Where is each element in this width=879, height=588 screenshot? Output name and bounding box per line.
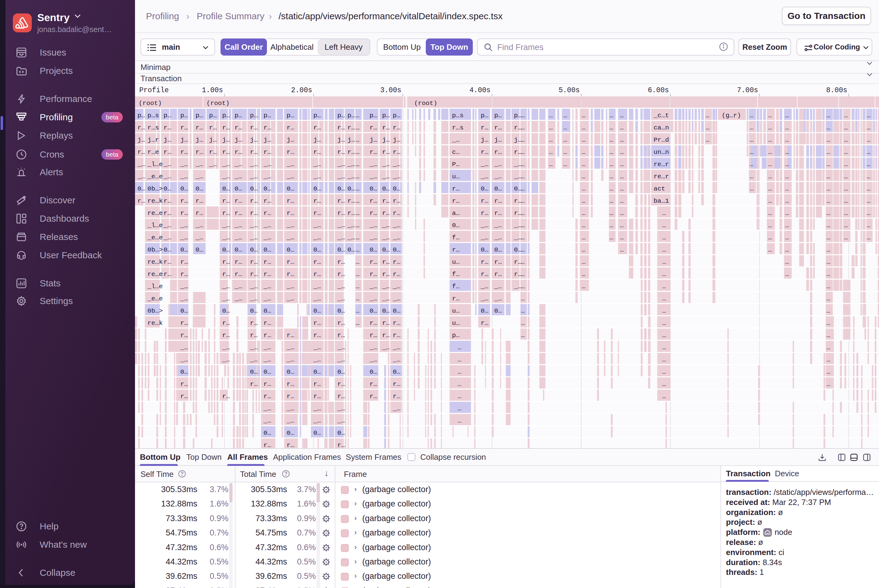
svg-text:r…: r…	[481, 124, 488, 131]
svg-text:0…: 0…	[222, 185, 230, 192]
svg-text:_…: _…	[286, 405, 294, 412]
svg-text:0…: 0…	[370, 369, 377, 375]
svg-text:…: …	[768, 185, 772, 192]
svg-text:_…: _…	[180, 356, 188, 363]
svg-text:_…: _…	[337, 161, 345, 168]
svg-text:…: …	[458, 417, 461, 424]
svg-text:_…: _…	[514, 161, 521, 168]
svg-text:r…: r…	[195, 198, 203, 204]
svg-text:0…: 0…	[180, 308, 188, 315]
svg-text:…: …	[662, 356, 666, 363]
svg-text:0…: 0…	[234, 246, 242, 254]
svg-text:…: …	[356, 185, 360, 192]
svg-text:0…: 0…	[481, 246, 488, 254]
svg-text:…: …	[750, 185, 753, 192]
svg-text:…: …	[844, 124, 848, 131]
svg-text:_…: _…	[347, 222, 355, 229]
svg-text:r…: r…	[481, 259, 488, 266]
svg-text:r…: r…	[313, 148, 321, 156]
svg-text:…: …	[785, 173, 789, 180]
svg-text:_…: _…	[337, 405, 345, 412]
svg-text:r…: r…	[209, 124, 216, 131]
svg-text:…: …	[826, 148, 831, 156]
svg-text:r…: r…	[222, 320, 230, 327]
svg-text:_…: _…	[263, 295, 271, 302]
svg-text:j…: j…	[222, 136, 230, 144]
svg-text:…: …	[844, 161, 848, 168]
svg-text:re…k: re…k	[147, 198, 163, 204]
svg-text:…: …	[581, 185, 586, 192]
svg-text:…: …	[620, 210, 624, 217]
svg-text:j…: j…	[494, 136, 502, 144]
svg-text:…: …	[844, 112, 848, 119]
svg-text:f…: f…	[452, 234, 460, 241]
svg-text:r…: r…	[313, 320, 321, 327]
svg-text:…: …	[620, 198, 624, 204]
svg-text:…: …	[768, 222, 772, 229]
svg-text:r…: r…	[347, 198, 355, 204]
svg-text:0b…>: 0b…>	[147, 308, 163, 315]
svg-text:…: …	[521, 271, 525, 278]
svg-text:0…: 0…	[337, 308, 345, 315]
svg-text:…: …	[620, 148, 624, 156]
svg-text:_…: _…	[263, 161, 271, 168]
svg-text:_…: _…	[164, 173, 171, 180]
svg-text:ba…1: ba…1	[654, 198, 669, 204]
svg-text:0…: 0…	[195, 246, 203, 254]
svg-text:…: …	[458, 381, 461, 388]
svg-text:re…k: re…k	[147, 320, 163, 327]
svg-text:r…: r…	[337, 271, 345, 278]
svg-text:0…: 0…	[382, 185, 390, 192]
svg-text:p…: p…	[264, 112, 271, 119]
svg-text:r…: r…	[234, 148, 242, 156]
svg-text:…: …	[356, 210, 360, 217]
svg-text:…: …	[662, 393, 666, 400]
svg-text:_…: _…	[263, 173, 271, 180]
svg-text:0…: 0…	[313, 429, 321, 436]
svg-text:p…: p…	[234, 112, 242, 119]
svg-text:_…: _…	[180, 295, 188, 302]
svg-text:_…: _…	[369, 344, 377, 351]
svg-text:_…: _…	[313, 405, 321, 412]
svg-text:_…: _…	[481, 295, 488, 302]
svg-text:r…: r…	[382, 259, 390, 266]
svg-text:_…: _…	[369, 222, 377, 229]
svg-text:…: …	[867, 112, 871, 119]
svg-text:p…: p…	[137, 112, 145, 119]
svg-text:act: act	[654, 185, 665, 192]
svg-text:p…: p…	[370, 112, 377, 119]
svg-text:…: …	[867, 210, 871, 217]
svg-text:…: …	[521, 136, 525, 144]
svg-text:…: …	[662, 259, 666, 266]
svg-text:0…: 0…	[370, 185, 377, 192]
svg-text:r…: r…	[180, 332, 188, 339]
svg-text:…: …	[521, 308, 525, 315]
svg-text:re…k: re…k	[147, 259, 163, 266]
svg-text:0…: 0…	[264, 308, 271, 315]
svg-text:_…: _…	[180, 161, 188, 168]
svg-text:0…: 0…	[494, 246, 502, 254]
svg-text:(root): (root)	[206, 100, 230, 107]
svg-text:0…: 0…	[514, 246, 521, 254]
svg-text:r…: r…	[180, 320, 188, 327]
svg-text:r…: r…	[393, 271, 400, 278]
svg-text:r…: r…	[180, 381, 188, 388]
svg-text:_…: _…	[369, 161, 377, 168]
svg-text:r…: r…	[180, 198, 188, 204]
svg-text:_…: _…	[313, 356, 321, 363]
svg-text:r…: r…	[287, 442, 294, 448]
svg-text:…: …	[768, 198, 772, 204]
svg-text:…: …	[706, 136, 709, 144]
svg-text:…: …	[867, 173, 871, 180]
svg-text:r…: r…	[514, 148, 521, 156]
svg-text:…: …	[521, 246, 525, 254]
svg-text:_…: _…	[313, 283, 321, 290]
svg-text:_l…e: _l…e	[147, 222, 163, 229]
svg-text:…: …	[662, 271, 666, 278]
svg-text:p…: p…	[337, 112, 345, 119]
svg-text:0…: 0…	[313, 185, 321, 192]
svg-text:r…: r…	[313, 332, 321, 339]
svg-text:…: …	[581, 198, 586, 204]
svg-text:re…r: re…r	[654, 173, 669, 180]
svg-text:…: …	[521, 112, 525, 119]
